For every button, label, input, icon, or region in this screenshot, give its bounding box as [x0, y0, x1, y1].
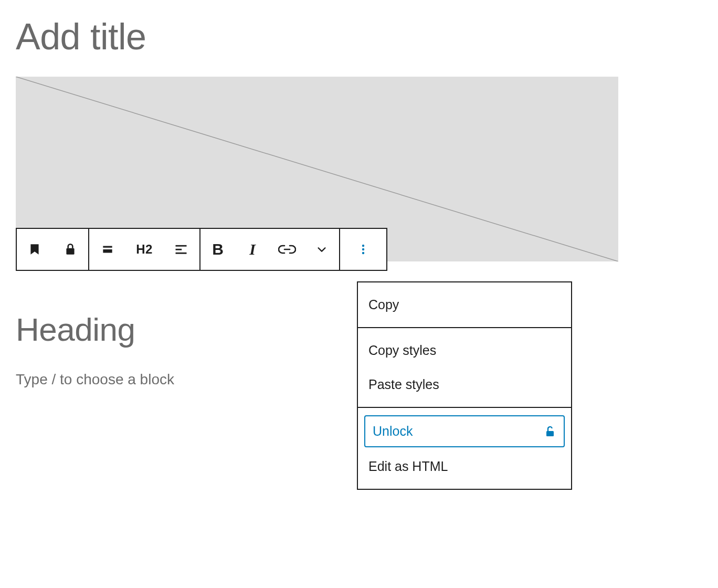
block-toolbar: H2 B I — [16, 228, 387, 271]
block-options-button[interactable] — [340, 229, 386, 270]
post-title-input[interactable]: Add title — [16, 13, 702, 63]
svg-point-8 — [362, 245, 364, 247]
menu-item-label: Unlock — [373, 424, 413, 439]
dropdown-section-edit: Unlock Edit as HTML — [358, 408, 571, 489]
svg-rect-1 — [66, 248, 74, 255]
toolbar-group-block — [16, 228, 88, 271]
bookmark-icon — [28, 243, 41, 256]
menu-item-unlock[interactable]: Unlock — [364, 415, 565, 447]
lock-indicator-button[interactable] — [52, 229, 88, 270]
dropdown-section-styles: Copy styles Paste styles — [358, 328, 571, 408]
chevron-down-icon — [316, 244, 328, 255]
menu-item-label: Copy styles — [368, 343, 436, 358]
block-type-button[interactable] — [17, 229, 52, 270]
drag-lines-icon — [101, 243, 114, 256]
toolbar-group-format: B I — [199, 228, 339, 271]
block-options-dropdown: Copy Copy styles Paste styles Unlock Edi… — [357, 281, 572, 490]
more-formatting-button[interactable] — [304, 229, 339, 270]
align-button[interactable] — [163, 229, 199, 270]
svg-rect-3 — [103, 249, 112, 253]
svg-point-9 — [362, 248, 364, 250]
link-icon — [278, 244, 296, 255]
heading-level-label: H2 — [136, 242, 153, 257]
svg-rect-4 — [176, 245, 187, 247]
svg-rect-5 — [176, 249, 182, 250]
bold-button[interactable]: B — [200, 229, 235, 270]
menu-item-copy-styles[interactable]: Copy styles — [358, 333, 571, 368]
heading-level-button[interactable]: H2 — [126, 229, 163, 270]
svg-point-10 — [362, 252, 364, 254]
svg-rect-6 — [176, 253, 187, 254]
unlock-icon — [544, 425, 556, 438]
toolbar-group-transform: H2 — [88, 228, 199, 271]
align-left-icon — [174, 242, 188, 257]
italic-icon: I — [249, 240, 256, 258]
menu-item-label: Copy — [368, 297, 399, 312]
more-vertical-icon — [357, 243, 369, 256]
lock-icon — [64, 243, 77, 256]
menu-item-paste-styles[interactable]: Paste styles — [358, 368, 571, 402]
menu-item-copy[interactable]: Copy — [358, 288, 571, 322]
dropdown-section-clipboard: Copy — [358, 282, 571, 328]
menu-item-label: Paste styles — [368, 377, 439, 392]
bold-icon: B — [212, 240, 224, 258]
menu-item-edit-html[interactable]: Edit as HTML — [358, 449, 571, 484]
link-button[interactable] — [270, 229, 304, 270]
italic-button[interactable]: I — [235, 229, 270, 270]
menu-item-label: Edit as HTML — [368, 459, 448, 474]
svg-rect-11 — [546, 431, 554, 436]
drag-handle-button[interactable] — [89, 229, 126, 270]
svg-rect-2 — [103, 246, 112, 248]
toolbar-group-options — [339, 228, 387, 271]
